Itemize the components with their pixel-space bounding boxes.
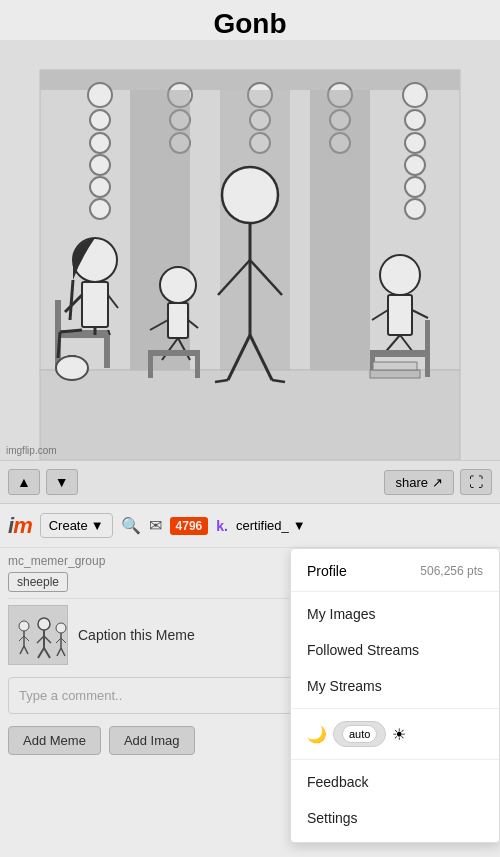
downvote-button[interactable]: ▼ (46, 469, 78, 495)
settings-item[interactable]: Settings (291, 800, 499, 836)
share-icon: ↗ (432, 475, 443, 490)
svg-point-86 (56, 623, 66, 633)
svg-rect-27 (40, 370, 460, 460)
add-image-button[interactable]: Add Imag (109, 726, 195, 755)
svg-point-23 (405, 199, 425, 219)
profile-row: Profile 506,256 pts (291, 555, 499, 587)
profile-pts: 506,256 pts (420, 564, 483, 578)
svg-line-36 (60, 330, 82, 332)
user-dropdown-icon: ▼ (293, 518, 306, 533)
svg-point-80 (38, 618, 50, 630)
watermark: imgflip.com (6, 445, 57, 456)
svg-rect-34 (82, 282, 108, 327)
create-button[interactable]: Create ▼ (40, 513, 113, 538)
k-icon: k. (216, 518, 228, 534)
divider-3 (291, 759, 499, 760)
sun-icon[interactable]: ☀ (392, 725, 406, 744)
user-dropdown-menu: Profile 506,256 pts My Images Followed S… (290, 548, 500, 843)
svg-point-52 (160, 267, 196, 303)
user-menu-button[interactable]: certified_ ▼ (236, 518, 306, 533)
meme-thumbnail[interactable] (8, 605, 68, 665)
meme-image-area: Gonb (0, 0, 500, 460)
moon-icon[interactable]: 🌙 (307, 725, 327, 744)
svg-rect-30 (104, 338, 110, 368)
svg-rect-26 (310, 90, 370, 370)
svg-point-7 (90, 177, 110, 197)
divider-2 (291, 708, 499, 709)
svg-rect-25 (220, 90, 290, 370)
svg-rect-58 (148, 350, 200, 356)
tag-button[interactable]: sheeple (8, 572, 68, 592)
meme-title: Gonb (0, 0, 500, 40)
svg-rect-53 (168, 303, 188, 338)
navbar: im Create ▼ 🔍 ✉ 4796 k. certified_ ▼ (0, 504, 500, 548)
svg-rect-31 (55, 300, 61, 335)
svg-point-43 (222, 167, 278, 223)
search-icon[interactable]: 🔍 (121, 516, 141, 535)
svg-rect-70 (425, 320, 430, 355)
svg-rect-71 (370, 370, 420, 378)
fullscreen-button[interactable]: ⛶ (460, 469, 492, 495)
svg-point-22 (405, 177, 425, 197)
add-meme-button[interactable]: Add Meme (8, 726, 101, 755)
share-button[interactable]: share ↗ (384, 470, 454, 495)
theme-toggle[interactable]: auto (333, 721, 386, 747)
create-dropdown-icon: ▼ (91, 518, 104, 533)
meme-card-text: Caption this Meme (78, 627, 195, 643)
share-label: share (395, 475, 428, 490)
svg-rect-62 (388, 295, 412, 335)
profile-label[interactable]: Profile (307, 563, 347, 579)
create-label: Create (49, 518, 88, 533)
svg-line-37 (58, 332, 60, 358)
svg-rect-72 (373, 362, 417, 370)
imgflip-logo: im (8, 513, 32, 539)
action-bar: ▲ ▼ share ↗ ⛶ (0, 460, 500, 504)
mail-icon[interactable]: ✉ (149, 516, 162, 535)
svg-point-19 (405, 110, 425, 130)
my-images-item[interactable]: My Images (291, 596, 499, 632)
svg-rect-59 (148, 356, 153, 378)
svg-point-8 (90, 199, 110, 219)
svg-point-6 (90, 155, 110, 175)
username-label: certified_ (236, 518, 289, 533)
divider-1 (291, 591, 499, 592)
svg-point-61 (380, 255, 420, 295)
followed-streams-item[interactable]: Followed Streams (291, 632, 499, 668)
svg-point-20 (405, 133, 425, 153)
my-streams-item[interactable]: My Streams (291, 668, 499, 704)
svg-point-18 (403, 83, 427, 107)
svg-rect-69 (425, 357, 430, 377)
svg-point-39 (56, 356, 88, 380)
notification-badge[interactable]: 4796 (170, 517, 209, 535)
svg-point-4 (90, 110, 110, 130)
upvote-button[interactable]: ▲ (8, 469, 40, 495)
meme-drawing (0, 40, 500, 460)
feedback-item[interactable]: Feedback (291, 764, 499, 800)
svg-point-74 (19, 621, 29, 631)
svg-point-5 (90, 133, 110, 153)
svg-point-21 (405, 155, 425, 175)
theme-toggle-row: 🌙 auto ☀ (291, 713, 499, 755)
svg-rect-60 (195, 356, 200, 378)
theme-auto-label: auto (342, 725, 377, 743)
svg-point-3 (88, 83, 112, 107)
svg-rect-67 (370, 350, 430, 357)
